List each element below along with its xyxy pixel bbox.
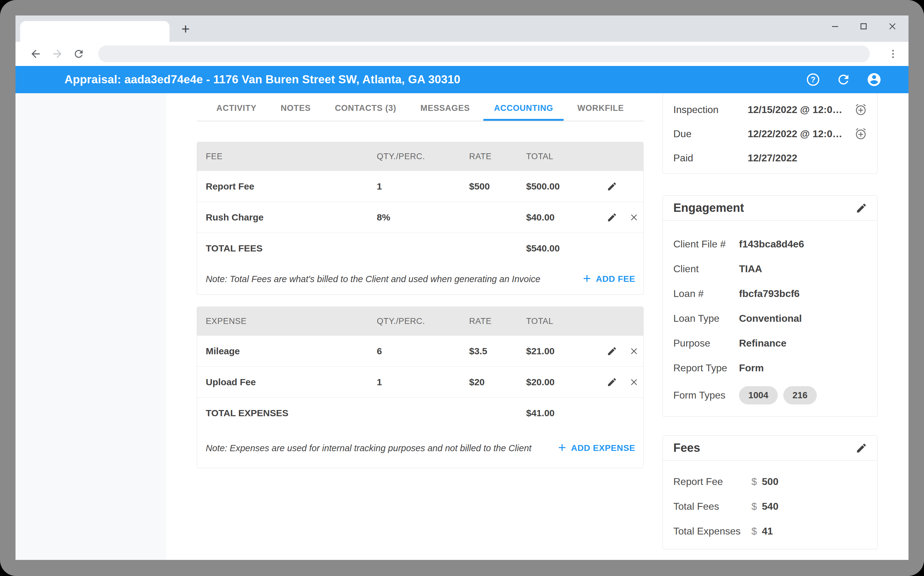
- expenses-table: EXPENSE QTY./PERC. RATE TOTAL Mileage 6 …: [197, 307, 643, 468]
- tab-accounting[interactable]: ACCOUNTING: [483, 97, 564, 121]
- expense-total: $20.00: [526, 377, 607, 387]
- list-item: Loan # fbcfa793bcf6: [663, 281, 877, 306]
- tab-notes[interactable]: NOTES: [270, 97, 321, 121]
- col-rate: RATE: [469, 317, 526, 326]
- page-content: ACTIVITY NOTES CONTACTS (3) MESSAGES ACC…: [16, 93, 908, 560]
- table-row: Mileage 6 $3.5 $21.00: [197, 335, 643, 366]
- fee-total: $500.00: [526, 181, 607, 192]
- tab-contacts[interactable]: CONTACTS (3): [324, 97, 407, 121]
- fee-name: Rush Charge: [206, 212, 377, 222]
- tab-activity[interactable]: ACTIVITY: [206, 97, 267, 121]
- delete-icon[interactable]: [629, 213, 639, 222]
- dollar-sign: $: [751, 525, 757, 537]
- fee-total: $40.00: [526, 212, 607, 222]
- list-item: Report Fee $ 500: [663, 469, 877, 494]
- dollar-sign: $: [751, 501, 757, 512]
- paid-date: 12/27/2022: [748, 152, 797, 164]
- section-tabs: ACTIVITY NOTES CONTACTS (3) MESSAGES ACC…: [197, 97, 643, 122]
- edit-icon[interactable]: [855, 202, 867, 214]
- due-label: Due: [673, 128, 748, 140]
- inspection-date: 12/15/2022 @ 12:0…: [748, 104, 842, 115]
- edit-icon[interactable]: [607, 212, 617, 222]
- list-item: Total Fees $ 540: [663, 494, 877, 519]
- fees-panel-title: Fees: [673, 441, 700, 454]
- browser-tabstrip: +: [16, 16, 908, 42]
- expenses-note-row: Note: Expenses are used for internal tra…: [197, 428, 643, 468]
- fee-qty: 1: [377, 181, 469, 192]
- tab-workfile[interactable]: WORKFILE: [567, 97, 634, 121]
- expense-name: Upload Fee: [206, 377, 377, 387]
- expense-rate: $20: [469, 377, 526, 387]
- expense-total: $21.00: [526, 346, 607, 357]
- loan-number: fbcfa793bcf6: [739, 288, 800, 299]
- expense-qty: 6: [377, 346, 469, 357]
- engagement-panel: Engagement Client File # f143bca8d4e6 Cl…: [663, 195, 877, 417]
- engagement-title: Engagement: [673, 201, 744, 214]
- fees-total-label: TOTAL FEES: [206, 243, 377, 254]
- browser-window: +: [16, 16, 908, 560]
- fees-table: FEE QTY./PERC. RATE TOTAL Report Fee 1 $…: [197, 142, 643, 295]
- alarm-add-icon[interactable]: [853, 102, 868, 117]
- hamburger-menu-icon[interactable]: [32, 75, 45, 85]
- delete-icon[interactable]: [629, 377, 639, 387]
- col-qty: QTY./PERC.: [377, 152, 469, 162]
- fees-total-row: TOTAL FEES $540.00: [197, 232, 643, 264]
- svg-text:?: ?: [810, 75, 815, 84]
- col-total: TOTAL: [526, 317, 607, 326]
- fees-panel-body: Report Fee $ 500 Total Fees $ 540 Total …: [663, 461, 877, 544]
- app-header: Appraisal: aada3ed74e4e - 1176 Van Buren…: [16, 66, 908, 93]
- fees-total-value: $540.00: [526, 243, 607, 254]
- edit-icon[interactable]: [855, 442, 867, 454]
- alarm-add-icon[interactable]: [853, 126, 868, 141]
- report-fee-amount: 500: [762, 476, 778, 488]
- minimize-icon[interactable]: [830, 21, 841, 32]
- table-row: Upload Fee 1 $20 $20.00: [197, 366, 643, 397]
- fees-note: Note: Total Fees are what's billed to th…: [206, 274, 541, 284]
- fees-table-header: FEE QTY./PERC. RATE TOTAL: [197, 142, 643, 171]
- tab-messages[interactable]: MESSAGES: [410, 97, 480, 121]
- edit-icon[interactable]: [607, 181, 617, 192]
- browser-tab[interactable]: [20, 21, 170, 42]
- report-type: Form: [739, 362, 764, 374]
- forward-icon[interactable]: [51, 48, 64, 60]
- url-bar[interactable]: [98, 45, 870, 62]
- edit-icon[interactable]: [607, 377, 617, 387]
- help-icon[interactable]: ?: [805, 72, 820, 87]
- client-name: TIAA: [739, 263, 762, 275]
- expense-qty: 1: [377, 377, 469, 387]
- refresh-icon[interactable]: [836, 72, 851, 87]
- add-expense-button[interactable]: + ADD EXPENSE: [558, 442, 635, 454]
- list-item: Client TIAA: [663, 256, 877, 281]
- back-icon[interactable]: [29, 48, 42, 60]
- plus-icon: +: [558, 441, 566, 454]
- expenses-total-row: TOTAL EXPENSES $41.00: [197, 397, 643, 428]
- engagement-header: Engagement: [663, 196, 877, 221]
- page-title: Appraisal: aada3ed74e4e - 1176 Van Buren…: [64, 73, 460, 86]
- left-rail: [16, 93, 167, 560]
- engagement-body: Client File # f143bca8d4e6 Client TIAA L…: [663, 221, 877, 410]
- col-expense: EXPENSE: [206, 317, 377, 326]
- new-tab-button[interactable]: +: [179, 16, 192, 42]
- list-item: Total Expenses $ 41: [663, 519, 877, 544]
- paid-label: Paid: [673, 152, 748, 164]
- screen-bezel: +: [0, 0, 924, 576]
- reload-icon[interactable]: [73, 48, 85, 60]
- close-icon[interactable]: [887, 21, 898, 32]
- main-column: ACTIVITY NOTES CONTACTS (3) MESSAGES ACC…: [197, 93, 643, 560]
- inspection-label: Inspection: [673, 104, 748, 115]
- delete-icon[interactable]: [629, 346, 639, 356]
- fee-name: Report Fee: [206, 181, 377, 192]
- edit-icon[interactable]: [607, 346, 617, 357]
- form-type-chip: 1004: [739, 386, 778, 405]
- list-item: Report Type Form: [663, 355, 877, 380]
- account-icon[interactable]: [866, 72, 882, 87]
- add-fee-button[interactable]: + ADD FEE: [583, 273, 635, 285]
- kebab-menu-icon[interactable]: [887, 48, 899, 59]
- form-types-row: Form Types 1004 216: [663, 380, 877, 410]
- list-item: Client File # f143bca8d4e6: [663, 232, 877, 256]
- expenses-total-value: $41.00: [526, 408, 607, 418]
- browser-navbar: [16, 42, 908, 66]
- expense-rate: $3.5: [469, 346, 526, 357]
- maximize-icon[interactable]: [858, 21, 869, 32]
- fees-panel-header: Fees: [663, 436, 877, 461]
